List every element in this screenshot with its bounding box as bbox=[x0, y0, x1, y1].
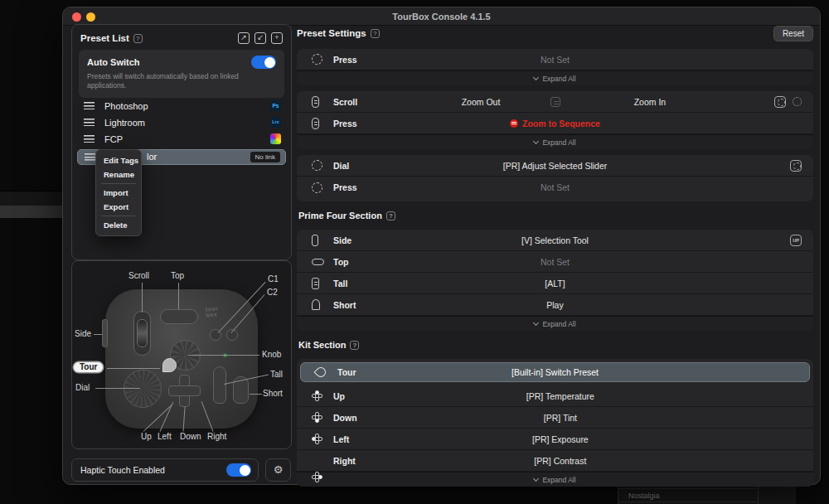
preset-list-panel: Preset List ? ↗ ↙ + Auto Switch Presets … bbox=[71, 24, 292, 260]
binding-value: Play bbox=[297, 300, 813, 310]
expand-all-button[interactable]: Expand All bbox=[297, 316, 813, 331]
binding-value: [PR] Adjust Selected Slider bbox=[297, 161, 813, 171]
add-preset-icon[interactable]: + bbox=[271, 32, 283, 44]
knob-adjust-icon[interactable] bbox=[790, 160, 802, 172]
menu-item-export[interactable]: Export bbox=[96, 200, 141, 214]
device-top-button[interactable] bbox=[160, 309, 198, 324]
device-tour-button[interactable] bbox=[162, 358, 177, 372]
setting-row-top[interactable]: Top Not Set bbox=[297, 251, 813, 273]
label-dial: Dial bbox=[75, 383, 90, 392]
reset-button[interactable]: Reset bbox=[773, 26, 813, 41]
kit-section-card: Tour [Built-in] Switch Preset Up [PR] Te… bbox=[297, 359, 813, 487]
help-icon[interactable]: ? bbox=[371, 29, 380, 38]
menu-divider bbox=[101, 216, 136, 216]
haptic-bar: Haptic Touch Enabled bbox=[71, 458, 259, 482]
titlebar[interactable]: TourBox Console 4.1.5 bbox=[63, 7, 820, 26]
window-title: TourBox Console 4.1.5 bbox=[63, 12, 820, 22]
haptic-feedback-icon[interactable] bbox=[793, 97, 802, 106]
device-tall-button[interactable] bbox=[213, 366, 226, 404]
menu-item-edit-tags[interactable]: Edit Tags bbox=[96, 153, 141, 167]
device-dial[interactable] bbox=[124, 370, 162, 408]
setting-row-right[interactable]: Right [PR] Contrast bbox=[297, 450, 813, 472]
help-icon[interactable]: ? bbox=[133, 34, 143, 43]
setting-row-up[interactable]: Up [PR] Temperature bbox=[297, 385, 813, 407]
preset-item-fcp[interactable]: FCP bbox=[72, 131, 291, 148]
expand-all-label: Expand All bbox=[542, 476, 575, 484]
tall-button-icon bbox=[312, 278, 319, 289]
binding-value: [PR] Exposure bbox=[308, 434, 813, 444]
control-label: Press bbox=[333, 119, 357, 128]
help-icon[interactable]: ? bbox=[350, 341, 359, 350]
control-label: Left bbox=[333, 434, 349, 444]
device-scroll-wheel[interactable] bbox=[137, 319, 148, 347]
expand-all-button[interactable]: Expand All bbox=[297, 134, 813, 149]
macro-alert-icon bbox=[510, 119, 518, 128]
background-window-band bbox=[0, 206, 62, 218]
preset-context-menu: Edit Tags Rename Import Export Delete bbox=[95, 149, 142, 236]
label-left: Left bbox=[158, 432, 172, 441]
drag-handle-icon bbox=[85, 153, 95, 161]
scroll-mode-icon[interactable] bbox=[550, 97, 560, 107]
menu-item-delete[interactable]: Delete bbox=[96, 218, 141, 232]
chevron-down-icon bbox=[533, 476, 539, 482]
binding-value: [PR] Contrast bbox=[308, 456, 813, 466]
gear-icon: ⚙ bbox=[274, 463, 284, 476]
setting-row-dial[interactable]: Dial [PR] Adjust Selected Slider bbox=[297, 155, 813, 177]
binding-value: [PR] Temperature bbox=[308, 391, 813, 401]
setting-row-scroll-press[interactable]: Press Zoom to Sequence bbox=[297, 113, 813, 134]
preset-label: Lightroom bbox=[104, 118, 270, 128]
setting-row-tall[interactable]: Tall [ALT] bbox=[297, 273, 813, 294]
control-label: Short bbox=[333, 300, 356, 310]
expand-all-label: Expand All bbox=[542, 138, 575, 147]
label-line bbox=[250, 394, 262, 395]
import-preset-icon[interactable]: ↙ bbox=[255, 32, 266, 44]
menu-item-rename[interactable]: Rename bbox=[96, 167, 141, 182]
dial-group-card: Dial [PR] Adjust Selected Slider Press N… bbox=[297, 155, 813, 201]
auto-switch-toggle[interactable] bbox=[251, 56, 276, 69]
knob-adjust-icon[interactable] bbox=[774, 96, 786, 108]
expand-all-label: Expand All bbox=[542, 320, 575, 328]
binding-value: Zoom to Sequence bbox=[522, 119, 600, 128]
side-button-icon bbox=[312, 235, 318, 246]
drag-handle-icon bbox=[84, 119, 95, 126]
preset-item-lightroom[interactable]: Lightroom Lrc bbox=[72, 114, 291, 131]
key-up-icon[interactable]: UP bbox=[790, 235, 802, 246]
top-button-icon bbox=[312, 259, 324, 265]
binding-value: Not Set bbox=[297, 257, 813, 267]
preset-item-photoshop[interactable]: Photoshop Ps bbox=[72, 98, 291, 114]
setting-row-knob-press[interactable]: Press Not Set bbox=[297, 49, 813, 70]
label-side: Side bbox=[75, 329, 91, 338]
help-icon[interactable]: ? bbox=[386, 211, 395, 220]
setting-row-down[interactable]: Down [PR] Tint bbox=[297, 407, 813, 429]
chevron-down-icon bbox=[533, 138, 539, 144]
expand-all-button[interactable]: Expand All bbox=[297, 70, 813, 85]
label-line bbox=[188, 355, 259, 356]
control-label: Scroll bbox=[333, 97, 357, 107]
scroll-icon bbox=[312, 118, 319, 129]
control-label: Tour bbox=[337, 367, 356, 377]
dpad-up-icon bbox=[312, 390, 322, 401]
knob-press-icon bbox=[312, 54, 322, 65]
settings-gear-button[interactable]: ⚙ bbox=[265, 458, 291, 482]
label-scroll: Scroll bbox=[128, 271, 149, 280]
device-dpad-horizontal[interactable] bbox=[168, 385, 201, 396]
label-tour-selected[interactable]: Tour bbox=[74, 362, 103, 372]
preset-label: Photoshop bbox=[104, 101, 270, 111]
setting-row-scroll[interactable]: Scroll Zoom Out Zoom In bbox=[297, 91, 813, 113]
setting-row-tour-selected[interactable]: Tour [Built-in] Switch Preset bbox=[300, 362, 810, 382]
menu-item-import[interactable]: Import bbox=[96, 186, 141, 200]
setting-row-left[interactable]: Left [PR] Exposure bbox=[297, 429, 813, 450]
dial-icon bbox=[312, 160, 322, 171]
device-side-button[interactable] bbox=[102, 319, 108, 347]
label-top: Top bbox=[171, 271, 184, 280]
setting-row-side[interactable]: Side [V] Selection Tool UP bbox=[297, 230, 813, 251]
dial-icon bbox=[312, 182, 322, 193]
binding-value: Not Set bbox=[297, 182, 813, 192]
setting-row-short[interactable]: Short Play bbox=[297, 294, 813, 316]
export-preset-icon[interactable]: ↗ bbox=[238, 32, 250, 44]
control-label: Right bbox=[333, 456, 356, 466]
haptic-toggle[interactable] bbox=[226, 463, 251, 477]
expand-all-button[interactable]: Expand All bbox=[297, 472, 813, 487]
dpad-down-icon bbox=[312, 412, 322, 423]
setting-row-dial-press[interactable]: Press Not Set bbox=[297, 177, 813, 198]
